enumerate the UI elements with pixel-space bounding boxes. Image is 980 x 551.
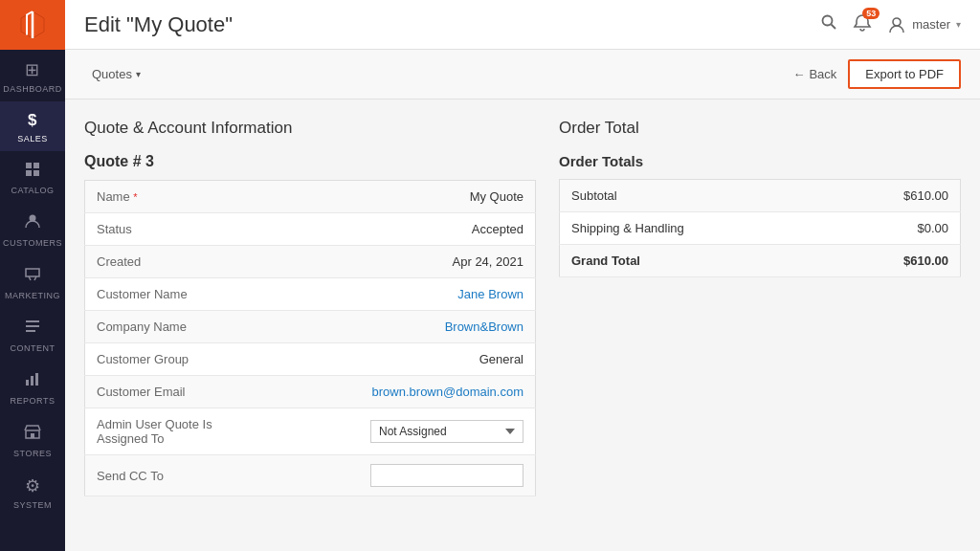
sidebar-item-system[interactable]: ⚙ SYSTEM — [0, 466, 65, 518]
table-row: Customer Name Jane Brown — [85, 278, 536, 311]
search-icon[interactable] — [820, 13, 837, 35]
send-cc-input[interactable] — [370, 464, 523, 487]
sidebar-item-catalog[interactable]: CATALOG — [0, 151, 65, 203]
field-value: Accepted — [277, 213, 536, 246]
order-total-section-title: Order Total — [559, 119, 961, 138]
sidebar-item-label: CUSTOMERS — [3, 238, 62, 248]
sidebar-item-label: MARKETING — [5, 291, 60, 300]
quote-section-title: Quote & Account Information — [84, 119, 536, 138]
svg-rect-9 — [26, 330, 35, 332]
svg-rect-11 — [31, 376, 33, 386]
username-label: master — [912, 17, 950, 32]
table-row: Send CC To — [85, 455, 536, 496]
main-area: Edit "My Quote" 53 master ▾ Quotes ▾ ← — [65, 0, 980, 551]
sidebar-item-label: SALES — [17, 134, 48, 143]
right-panel: Order Total Order Totals Subtotal $610.0… — [559, 119, 961, 532]
svg-point-16 — [893, 18, 901, 26]
topbar: Edit "My Quote" 53 master ▾ — [65, 0, 980, 50]
sidebar-item-label: SYSTEM — [13, 500, 52, 510]
total-label: Subtotal — [560, 180, 827, 212]
marketing-icon — [24, 265, 41, 287]
svg-rect-3 — [26, 170, 32, 176]
field-label: Send CC To — [85, 455, 277, 496]
sidebar-item-dashboard[interactable]: ⊞ DASHBOARD — [0, 50, 65, 101]
field-label: Created — [85, 246, 277, 278]
svg-marker-6 — [26, 269, 39, 276]
sidebar-item-label: REPORTS — [11, 396, 56, 406]
table-row: Name * My Quote — [85, 181, 536, 213]
svg-rect-8 — [26, 325, 39, 327]
field-label: Customer Name — [85, 278, 277, 311]
breadcrumb-quotes-button[interactable]: Quotes ▾ — [84, 63, 148, 85]
sidebar-item-reports[interactable]: REPORTS — [0, 361, 65, 413]
grand-total-row: Grand Total $610.00 — [560, 245, 961, 277]
assign-select-wrapper: Not Assigned — [288, 420, 524, 443]
export-pdf-button[interactable]: Export to PDF — [848, 59, 961, 89]
customer-email-link[interactable]: brown.brown@domain.com — [372, 385, 523, 399]
field-value: Not Assigned — [277, 408, 536, 455]
table-row: Created Apr 24, 2021 — [85, 246, 536, 278]
field-value: Jane Brown — [277, 278, 536, 311]
system-icon: ⚙ — [25, 475, 41, 496]
total-value: $610.00 — [826, 245, 960, 277]
field-label: Status — [85, 213, 277, 246]
notification-count: 53 — [862, 8, 880, 19]
sidebar-item-customers[interactable]: CUSTOMERS — [0, 203, 65, 255]
quote-number: Quote # 3 — [84, 153, 536, 170]
assign-select[interactable]: Not Assigned — [370, 420, 523, 443]
field-label: Customer Email — [85, 376, 277, 408]
user-chevron-icon: ▾ — [956, 19, 961, 30]
stores-icon — [24, 423, 41, 445]
field-label: Company Name — [85, 311, 277, 343]
quote-info-table: Name * My Quote Status Accepted Created … — [84, 180, 536, 496]
catalog-icon — [24, 161, 41, 182]
field-value: General — [277, 343, 536, 376]
notification-bell[interactable]: 53 — [853, 13, 872, 35]
svg-rect-13 — [31, 433, 34, 438]
sidebar-item-label: DASHBOARD — [3, 84, 62, 94]
customer-name-link[interactable]: Jane Brown — [457, 287, 523, 301]
sidebar-item-stores[interactable]: STORES — [0, 413, 65, 466]
cc-input-wrapper — [288, 464, 524, 487]
table-row: Customer Email brown.brown@domain.com — [85, 376, 536, 408]
svg-rect-1 — [26, 163, 32, 168]
total-value: $610.00 — [826, 180, 960, 212]
table-row: Customer Group General — [85, 343, 536, 376]
back-button[interactable]: ← Back — [792, 67, 836, 81]
table-row: Shipping & Handling $0.00 — [560, 212, 961, 245]
breadcrumb-label: Quotes — [92, 67, 132, 81]
field-value — [277, 455, 536, 496]
user-avatar-icon — [887, 15, 906, 34]
field-value: brown.brown@domain.com — [277, 376, 536, 408]
magento-logo-icon — [17, 10, 48, 40]
topbar-actions: 53 master ▾ — [820, 13, 961, 35]
sidebar-item-marketing[interactable]: MARKETING — [0, 255, 65, 308]
content-icon — [24, 318, 41, 340]
dashboard-icon: ⊞ — [25, 59, 40, 80]
table-row: Subtotal $610.00 — [560, 180, 961, 212]
reports-icon — [24, 370, 41, 392]
field-label: Name * — [85, 181, 277, 213]
svg-rect-7 — [26, 320, 39, 322]
order-totals-title: Order Totals — [559, 153, 961, 169]
sidebar-item-content[interactable]: CONTENT — [0, 308, 65, 361]
toolbar: Quotes ▾ ← Back Export to PDF — [65, 50, 980, 99]
svg-rect-12 — [35, 373, 38, 386]
sidebar-item-label: CATALOG — [11, 186, 54, 195]
total-label: Grand Total — [560, 245, 827, 277]
user-menu[interactable]: master ▾ — [887, 15, 961, 34]
field-value: My Quote — [277, 181, 536, 213]
customers-icon — [24, 212, 41, 234]
field-value: Apr 24, 2021 — [277, 246, 536, 278]
back-label: Back — [809, 67, 836, 81]
page-title: Edit "My Quote" — [84, 12, 233, 37]
table-row: Admin User Quote Is Assigned To Not Assi… — [85, 408, 536, 455]
back-arrow-icon: ← — [792, 67, 805, 81]
sidebar-item-sales[interactable]: $ SALES — [0, 101, 65, 151]
table-row: Status Accepted — [85, 213, 536, 246]
svg-point-14 — [823, 16, 833, 26]
order-totals-table: Subtotal $610.00 Shipping & Handling $0.… — [559, 179, 961, 277]
company-name-link[interactable]: Brown&Brown — [445, 320, 523, 334]
field-value: Brown&Brown — [277, 311, 536, 343]
svg-rect-10 — [26, 380, 29, 386]
